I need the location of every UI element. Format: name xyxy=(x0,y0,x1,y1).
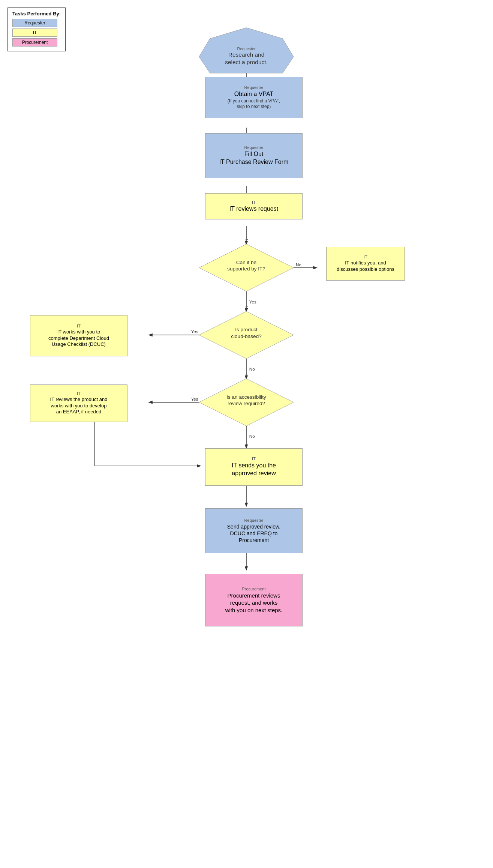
node-it-dcuc: IT IT works with you tocomplete Departme… xyxy=(30,315,127,356)
node-it-dcuc-text: IT works with you tocomplete Department … xyxy=(48,329,109,348)
svg-text:select a product.: select a product. xyxy=(225,59,268,65)
node-it-eeaap-text: IT reviews the product andworks with you… xyxy=(50,396,108,416)
node-send-procurement: Requester Send approved review,DCUC and … xyxy=(205,508,303,553)
node-fill-form-role: Requester xyxy=(244,145,264,150)
node-procurement-reviews-role: Procurement xyxy=(242,587,266,591)
node-it-eeaap-role: IT xyxy=(77,391,81,396)
node-obtain-vpat-subtext: (If you cannot find a VPAT,skip to next … xyxy=(228,98,280,110)
node-it-eeaap: IT IT reviews the product andworks with … xyxy=(30,384,127,422)
node-it-reviews-text: IT reviews request xyxy=(229,205,278,213)
svg-text:Yes: Yes xyxy=(249,299,256,304)
svg-marker-24 xyxy=(199,378,294,426)
svg-text:Is product: Is product xyxy=(235,327,258,332)
svg-text:No: No xyxy=(296,262,301,267)
node-fill-form-text: Fill OutIT Purchase Review Form xyxy=(219,150,289,166)
svg-marker-22 xyxy=(199,244,294,291)
node-it-sends-review: IT IT sends you theapproved review xyxy=(205,448,303,486)
svg-marker-21 xyxy=(199,28,294,73)
svg-text:IT: IT xyxy=(244,239,248,243)
svg-text:IT: IT xyxy=(244,306,248,310)
svg-marker-23 xyxy=(199,311,294,359)
svg-text:No: No xyxy=(249,366,255,371)
node-send-procurement-text: Send approved review,DCUC and EREQ toPro… xyxy=(227,523,280,544)
node-fill-form: Requester Fill OutIT Purchase Review For… xyxy=(205,133,303,178)
svg-text:supported by IT?: supported by IT? xyxy=(227,266,265,272)
node-procurement-reviews: Procurement Procurement reviewsrequest, … xyxy=(205,574,303,626)
node-it-sends-review-role: IT xyxy=(252,457,256,461)
page-container: Tasks Performed By: Requester IT Procure… xyxy=(0,0,493,868)
svg-text:cloud-based?: cloud-based? xyxy=(231,333,262,339)
node-obtain-vpat: Requester Obtain a VPAT (If you cannot f… xyxy=(205,77,303,118)
node-it-notifies-role: IT xyxy=(364,255,367,259)
node-it-dcuc-role: IT xyxy=(77,324,81,328)
svg-text:Yes: Yes xyxy=(191,329,198,334)
node-it-sends-review-text: IT sends you theapproved review xyxy=(232,462,276,478)
flowchart: Yes No Yes No Yes No IT IT IT xyxy=(7,8,486,855)
node-obtain-vpat-role: Requester xyxy=(244,85,264,90)
node-it-notifies-text: IT notifies you, anddiscusses possible o… xyxy=(337,260,394,273)
svg-text:No: No xyxy=(249,434,255,439)
node-obtain-vpat-text: Obtain a VPAT xyxy=(234,90,273,98)
svg-text:review required?: review required? xyxy=(228,401,265,406)
svg-text:Is an accessibility: Is an accessibility xyxy=(226,394,266,400)
svg-text:Can it be: Can it be xyxy=(236,260,256,265)
node-it-reviews: IT IT reviews request xyxy=(205,193,303,219)
svg-text:Yes: Yes xyxy=(191,396,198,401)
svg-text:IT: IT xyxy=(244,373,248,378)
node-it-notifies: IT IT notifies you, anddiscusses possibl… xyxy=(326,247,405,281)
svg-text:Research and: Research and xyxy=(228,51,265,58)
svg-text:Requester: Requester xyxy=(237,47,256,51)
node-procurement-reviews-text: Procurement reviewsrequest, and workswit… xyxy=(225,592,283,614)
node-send-procurement-role: Requester xyxy=(244,518,264,523)
node-it-reviews-role: IT xyxy=(252,200,256,204)
